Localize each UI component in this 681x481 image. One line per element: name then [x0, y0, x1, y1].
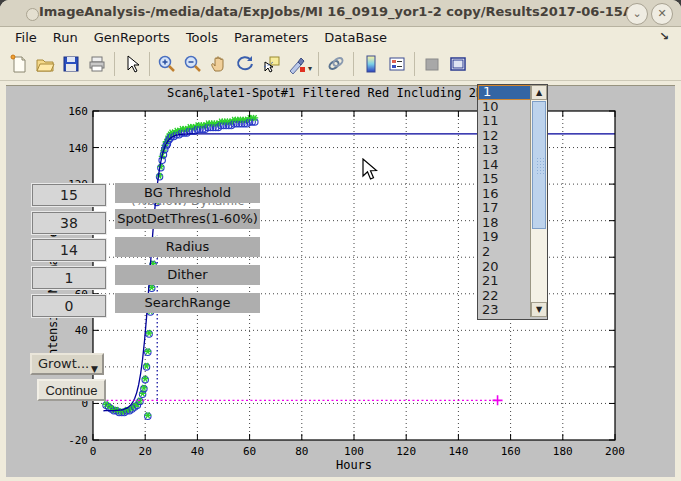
scrollbar-thumb[interactable]: [532, 101, 546, 229]
listbox-item-2[interactable]: 2: [478, 245, 530, 260]
scroll-down-icon[interactable]: ▼: [531, 302, 547, 317]
save-icon[interactable]: [59, 52, 83, 76]
listbox-item-15[interactable]: 15: [478, 172, 530, 187]
menu-tools[interactable]: Tools: [178, 28, 226, 47]
app-window: ImageAnalysis-/media/data/ExpJobs/MI 16_…: [0, 0, 681, 481]
listbox-item-21[interactable]: 21: [478, 274, 530, 289]
open-folder-icon[interactable]: [33, 52, 57, 76]
pan-hand-icon[interactable]: [207, 52, 231, 76]
listbox-scrollbar[interactable]: ▲ ▼: [530, 85, 547, 317]
spot-det-thres-label: SpotDetThres(1-60%): [115, 209, 260, 229]
toolbar: ▾: [0, 48, 681, 81]
growth-dropdown[interactable]: Growt...▼: [30, 353, 104, 375]
search-range-label: SearchRange: [115, 293, 260, 313]
y-tick-label: -20: [68, 434, 88, 447]
desktop: ImageAnalysis-/media/data/ExpJobs/MI 16_…: [0, 0, 681, 481]
artifact-text: (%below) Dynamic: [115, 202, 260, 209]
shade-button[interactable]: ⌄: [626, 3, 648, 25]
menu-parameters[interactable]: Parameters: [226, 28, 316, 47]
dither-field[interactable]: [32, 267, 106, 289]
y-tick-label: 40: [75, 324, 88, 337]
rotate-3d-icon[interactable]: [233, 52, 257, 76]
radius-field[interactable]: [32, 239, 106, 261]
x-tick-label: 180: [553, 445, 573, 458]
toolbar-separator: [149, 52, 150, 76]
y-tick-label: 140: [68, 142, 88, 155]
dither-label: Dither: [115, 265, 260, 285]
data-cursor-icon[interactable]: [259, 52, 283, 76]
hide-plot-tools-icon[interactable]: [420, 52, 444, 76]
toolbar-separator: [414, 52, 415, 76]
toolbar-separator: [318, 52, 319, 76]
x-tick-label: 0: [90, 445, 97, 458]
listbox-item-18[interactable]: 18: [478, 216, 530, 231]
scroll-up-icon[interactable]: ▲: [531, 85, 547, 100]
x-tick-label: 20: [139, 445, 152, 458]
toolbar-separator: [353, 52, 354, 76]
figure-area: 020406080100120140160180200-200204060801…: [6, 85, 675, 477]
listbox-item-19[interactable]: 19: [478, 230, 530, 245]
x-tick-label: 200: [605, 445, 625, 458]
close-button[interactable]: ✕: [651, 3, 673, 25]
insert-colorbar-icon[interactable]: [359, 52, 383, 76]
listbox-item-17[interactable]: 17: [478, 201, 530, 216]
brush-icon[interactable]: [285, 52, 309, 76]
continue-button[interactable]: Continue: [37, 379, 106, 401]
zoom-out-icon[interactable]: [181, 52, 205, 76]
link-plots-icon[interactable]: [324, 52, 348, 76]
listbox-item-12[interactable]: 12: [478, 129, 530, 144]
x-tick-label: 80: [295, 445, 308, 458]
x-tick-label: 140: [448, 445, 468, 458]
title-bar[interactable]: ImageAnalysis-/media/data/ExpJobs/MI 16_…: [0, 0, 681, 27]
listbox-item-10[interactable]: 10: [478, 100, 530, 115]
search-range-field[interactable]: [32, 295, 106, 317]
menu-database[interactable]: DataBase: [316, 28, 395, 47]
listbox-item-20[interactable]: 20: [478, 260, 530, 275]
listbox-item-11[interactable]: 11: [478, 114, 530, 129]
listbox-item-13[interactable]: 13: [478, 143, 530, 158]
window-title: ImageAnalysis-/media/data/ExpJobs/MI 16_…: [0, 4, 681, 19]
x-tick-label: 40: [191, 445, 204, 458]
toolbar-separator: [114, 52, 115, 76]
menu-overflow-icon[interactable]: ↘: [659, 30, 669, 43]
dock-figure-icon[interactable]: [446, 52, 470, 76]
listbox-item-16[interactable]: 16: [478, 187, 530, 202]
plot-canvas[interactable]: 020406080100120140160180200-200204060801…: [6, 86, 675, 477]
listbox-item-14[interactable]: 14: [478, 158, 530, 173]
x-tick-label: 60: [243, 445, 256, 458]
print-icon[interactable]: [85, 52, 109, 76]
x-tick-label: 160: [501, 445, 521, 458]
spot-number-listbox[interactable]: 110111213141516171819220212223 ▲ ▼: [477, 84, 548, 320]
insert-legend-icon[interactable]: [385, 52, 409, 76]
zoom-in-icon[interactable]: [155, 52, 179, 76]
listbox-item-23[interactable]: 23: [478, 303, 530, 318]
x-axis-label: Hours: [336, 458, 372, 472]
mouse-cursor: [362, 158, 378, 181]
y-tick-label: 160: [68, 105, 88, 118]
menu-file[interactable]: File: [7, 28, 45, 47]
new-file-icon[interactable]: [7, 52, 31, 76]
chevron-down-icon: ▼: [91, 360, 98, 378]
menu-run[interactable]: Run: [45, 28, 86, 47]
bg-threshold-field[interactable]: [32, 184, 106, 206]
listbox-item-1[interactable]: 1: [478, 85, 532, 100]
x-tick-label: 120: [396, 445, 416, 458]
pointer-icon[interactable]: [120, 52, 144, 76]
menu-bar: FileRunGenReportsToolsParametersDataBase…: [0, 27, 681, 48]
radius-label: Radius: [115, 237, 260, 257]
menu-genreports[interactable]: GenReports: [86, 28, 178, 47]
listbox-item-22[interactable]: 22: [478, 289, 530, 304]
brush-dropdown-icon[interactable]: ▾: [308, 64, 312, 73]
spot-det-thres-field[interactable]: [32, 212, 106, 234]
menu-items: FileRunGenReportsToolsParametersDataBase: [0, 27, 681, 48]
bg-threshold-label: BG Threshold: [115, 183, 260, 203]
x-tick-label: 100: [344, 445, 364, 458]
thumb-grip: [536, 157, 544, 175]
